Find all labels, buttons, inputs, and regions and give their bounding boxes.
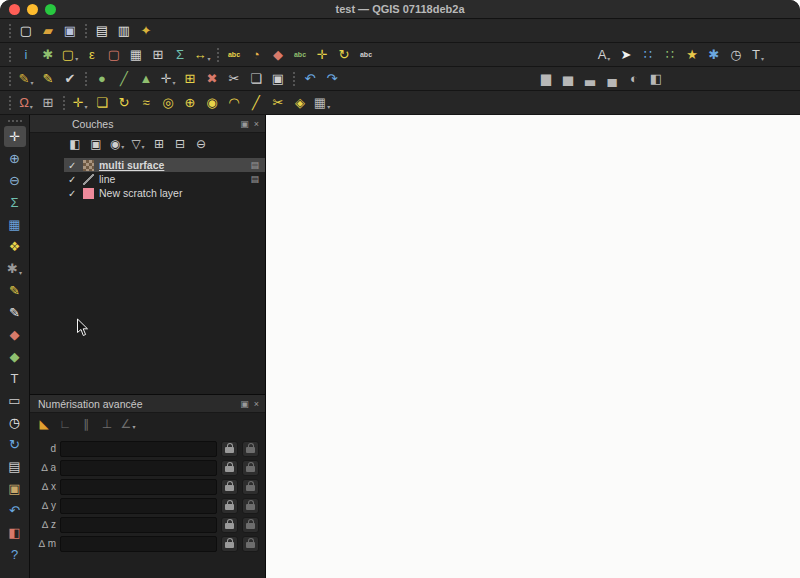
pan-map-icon[interactable]: ✛ [4,126,26,147]
vertex-editor-icon[interactable]: ▦▾ [312,93,332,113]
select-by-expression-icon[interactable]: ε [82,45,102,65]
cad-value-input[interactable] [60,517,217,533]
vertex-tool-icon[interactable]: ✛▾ [158,69,178,89]
layer-diagram-icon[interactable]: ◔ [246,45,266,65]
zoom-out-icon[interactable]: ⊖ [4,170,26,191]
toolbar-grip[interactable] [9,24,11,38]
measure-icon[interactable]: ↔▾ [192,45,212,65]
attribute-table-icon[interactable]: ▦ [4,214,26,235]
select-features-icon[interactable]: ▢▾ [60,45,80,65]
move-label-icon[interactable]: ✛ [312,45,332,65]
raster-brightness-icon[interactable]: ◐ [624,69,644,89]
raster-contrast-icon[interactable]: ◧ [646,69,666,89]
close-window-button[interactable] [9,4,20,15]
temporal-controller-icon[interactable]: ◷ [726,45,746,65]
edit-pencil-icon[interactable]: ✎ [4,280,26,301]
processing-toolbox-icon[interactable]: ✱ [704,45,724,65]
layer-stack-icon[interactable]: ▤ [4,456,26,477]
snap-grid-icon[interactable]: ⊞ [38,93,58,113]
construction-mode-icon[interactable]: ∟ [56,415,74,433]
fill-ring-icon[interactable]: ◉ [202,93,222,113]
remove-layer-icon[interactable]: ⊖ [192,135,210,153]
raster-local-histogram-icon[interactable]: ▅ [558,69,578,89]
toolbar-grip[interactable] [85,24,87,38]
collapse-all-icon[interactable]: ⊟ [171,135,189,153]
toolbar-grip[interactable] [9,96,11,110]
point-cluster-green-icon[interactable]: ∷ [660,45,680,65]
add-feature-pencil-icon[interactable]: ✎ [4,302,26,323]
toolbar-grip[interactable] [293,72,295,86]
toolbar-grip[interactable] [217,48,219,62]
style-manager-icon[interactable]: ✦ [136,21,156,41]
current-edits-icon[interactable]: ✎▾ [16,69,36,89]
toolbar-grip[interactable] [9,72,11,86]
merge-features-icon[interactable]: ◈ [290,93,310,113]
point-cluster-blue-icon[interactable]: ∷ [638,45,658,65]
minimize-window-button[interactable] [27,4,38,15]
layer-name[interactable]: New scratch layer [99,187,182,199]
float-panel-icon[interactable]: ▣ [240,399,249,409]
close-panel-icon[interactable]: × [254,119,259,129]
run-feature-action-icon[interactable]: ✱ [38,45,58,65]
open-project-icon[interactable]: ▰ [38,21,58,41]
add-line-feature-icon[interactable]: ╱ [114,69,134,89]
rotate-label-icon[interactable]: ↻ [334,45,354,65]
lock-button[interactable] [221,479,238,495]
new-print-layout-icon[interactable]: ▤ [92,21,112,41]
save-project-icon[interactable]: ▣ [60,21,80,41]
cad-value-input[interactable] [60,498,217,514]
repeat-lock-button[interactable] [242,498,259,514]
manage-map-themes-icon[interactable]: ◉▾ [108,135,126,153]
repeat-lock-button[interactable] [242,517,259,533]
layer-labeling-icon[interactable]: abc [224,45,244,65]
repeat-lock-button[interactable] [242,479,259,495]
open-layer-styling-icon[interactable]: ◧ [66,135,84,153]
split-features-icon[interactable]: ✂ [268,93,288,113]
redo-icon[interactable]: ↷ [322,69,342,89]
toolbar-grip[interactable] [8,120,22,122]
reshape-features-icon[interactable]: ╱ [246,93,266,113]
new-project-icon[interactable]: ▢ [16,21,36,41]
add-part-icon[interactable]: ⊕ [180,93,200,113]
refresh-map-icon[interactable]: ↻ [4,434,26,455]
cad-value-input[interactable] [60,479,217,495]
layer-row[interactable]: ✓multi surface▤ [64,158,265,172]
raster-histogram-icon[interactable]: ▆ [536,69,556,89]
options-gear-icon[interactable]: ✱▾ [4,258,26,279]
cad-value-input[interactable] [60,536,217,552]
toolbar-grip[interactable] [63,96,65,110]
layer-visibility-checkbox[interactable]: ✓ [68,160,78,171]
statistical-summary-icon[interactable]: Σ [170,45,190,65]
layer-name[interactable]: line [99,173,115,185]
pin-labels-icon[interactable]: ◆ [268,45,288,65]
temporal-clock-icon[interactable]: ◷ [4,412,26,433]
change-label-icon[interactable]: abc [356,45,376,65]
parallel-icon[interactable]: ∥ [77,415,95,433]
toggle-editing-icon[interactable]: ✎ [38,69,58,89]
rotate-feature-icon[interactable]: ↻ [114,93,134,113]
toolbar-grip[interactable] [85,72,87,86]
filter-legend-icon[interactable]: ▽▾ [129,135,147,153]
deselect-features-icon[interactable]: ▢ [104,45,124,65]
close-panel-icon[interactable]: × [254,399,259,409]
field-calculator-icon[interactable]: ⊞ [148,45,168,65]
undo-icon[interactable]: ↶ [300,69,320,89]
expand-all-icon[interactable]: ⊞ [150,135,168,153]
layer-visibility-checkbox[interactable]: ✓ [68,174,78,185]
add-ring-icon[interactable]: ◎ [158,93,178,113]
highlight-labels-icon[interactable]: abc [290,45,310,65]
annotation-toolbar-icon[interactable]: A▾ [594,45,614,65]
form-annotation-icon[interactable]: ▭ [4,390,26,411]
layer-row[interactable]: ✓New scratch layer [64,186,265,200]
repeat-lock-button[interactable] [242,536,259,552]
map-tips-icon[interactable]: ❖ [4,236,26,257]
raster-cumulative-icon[interactable]: ▄ [602,69,622,89]
move-feature-icon[interactable]: ✛▾ [70,93,90,113]
repeat-lock-button[interactable] [242,441,259,457]
fullscreen-window-button[interactable] [45,4,56,15]
repeat-lock-button[interactable] [242,460,259,476]
copy-move-feature-icon[interactable]: ❏ [92,93,112,113]
layer-name[interactable]: multi surface [99,159,164,171]
add-group-icon[interactable]: ▣ [87,135,105,153]
help-icon[interactable]: ? [4,544,26,565]
